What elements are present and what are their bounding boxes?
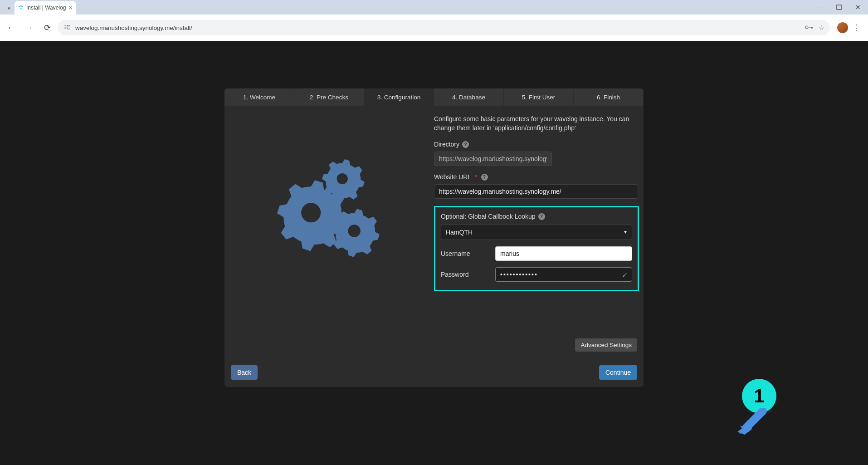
svg-rect-0 <box>837 5 841 10</box>
back-wizard-button[interactable]: Back <box>231 365 258 380</box>
tab-finish[interactable]: 6. Finish <box>574 88 644 106</box>
website-url-input[interactable] <box>434 184 638 199</box>
svg-point-5 <box>348 225 361 237</box>
forward-button[interactable]: → <box>22 20 36 35</box>
wizard-tabs: 1. Welcome 2. Pre Checks 3. Configuratio… <box>224 88 644 106</box>
address-bar[interactable]: wavelog.mariushosting.synology.me/instal… <box>58 20 830 35</box>
wizard-footer: Advanced Settings Back Continue <box>224 314 644 387</box>
close-window-button[interactable]: ✕ <box>852 2 864 13</box>
directory-input <box>434 152 552 166</box>
continue-button[interactable]: Continue <box>599 365 637 380</box>
required-marker: * <box>475 173 477 181</box>
help-icon[interactable]: ? <box>481 174 488 181</box>
browser-tab[interactable]: Install | Wavelog × <box>15 1 76 15</box>
callbook-section: Optional: Global Callbook Lookup ? HamQT… <box>434 206 639 291</box>
close-icon[interactable]: × <box>68 4 72 11</box>
minimize-button[interactable]: — <box>814 2 826 13</box>
illustration-pane <box>224 106 434 314</box>
svg-point-3 <box>301 203 321 222</box>
wifi-icon <box>18 5 24 11</box>
callbook-select[interactable]: HamQTH <box>441 225 632 240</box>
svg-rect-1 <box>67 25 70 29</box>
tab-welcome[interactable]: 1. Welcome <box>224 88 294 106</box>
tab-title: Install | Wavelog <box>26 5 66 11</box>
install-wizard: 1. Welcome 2. Pre Checks 3. Configuratio… <box>224 88 644 387</box>
tab-prechecks[interactable]: 2. Pre Checks <box>294 88 364 106</box>
username-label: Username <box>441 250 490 257</box>
annotation-arrow-icon <box>736 408 768 436</box>
directory-label: Directory <box>434 141 459 148</box>
help-icon[interactable]: ? <box>538 213 545 220</box>
reload-button[interactable]: ⟳ <box>40 20 54 35</box>
bookmark-icon[interactable]: ☆ <box>819 24 824 31</box>
password-label: Password <box>441 271 490 278</box>
form-pane: Configure some basic parameters for your… <box>434 106 644 314</box>
back-button[interactable]: ← <box>4 20 18 35</box>
tab-configuration[interactable]: 3. Configuration <box>364 88 434 106</box>
password-input[interactable] <box>495 267 632 282</box>
site-settings-icon[interactable] <box>63 24 71 31</box>
window-controls: — ✕ <box>814 2 864 13</box>
toolbar: ← → ⟳ wavelog.mariushosting.synology.me/… <box>0 15 868 41</box>
callbook-heading: Optional: Global Callbook Lookup <box>441 213 536 220</box>
advanced-settings-button[interactable]: Advanced Settings <box>575 338 637 352</box>
tab-bar: ▾ Install | Wavelog × — ✕ <box>0 0 868 15</box>
username-input[interactable] <box>495 246 632 261</box>
browser-chrome: ▾ Install | Wavelog × — ✕ ← → ⟳ wavelog.… <box>0 0 868 41</box>
url-text: wavelog.mariushosting.synology.me/instal… <box>75 24 800 31</box>
password-key-icon[interactable] <box>805 24 813 31</box>
gears-icon <box>277 158 381 262</box>
check-icon: ✓ <box>622 271 628 279</box>
svg-point-4 <box>337 173 348 184</box>
profile-avatar[interactable] <box>837 22 848 33</box>
page-body: 1. Welcome 2. Pre Checks 3. Configuratio… <box>0 41 868 465</box>
tab-database[interactable]: 4. Database <box>434 88 504 106</box>
svg-point-2 <box>805 26 808 29</box>
maximize-button[interactable] <box>833 2 845 13</box>
help-icon[interactable]: ? <box>462 141 469 148</box>
intro-text: Configure some basic parameters for your… <box>434 115 638 132</box>
menu-icon[interactable]: ⋮ <box>853 23 861 33</box>
website-url-field: Website URL * ? <box>434 173 638 199</box>
directory-field: Directory ? <box>434 141 638 166</box>
tab-firstuser[interactable]: 5. First User <box>504 88 574 106</box>
tab-list-chevron[interactable]: ▾ <box>4 2 15 15</box>
website-url-label: Website URL <box>434 173 471 181</box>
